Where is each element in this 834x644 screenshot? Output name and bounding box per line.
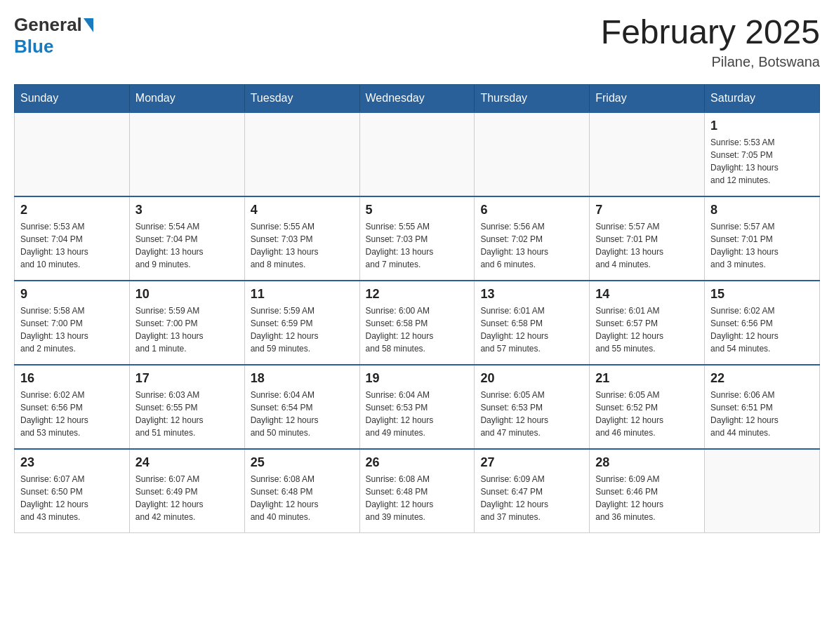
calendar-cell: 15Sunrise: 6:02 AMSunset: 6:56 PMDayligh… (705, 281, 820, 365)
day-info: Sunrise: 6:07 AMSunset: 6:50 PMDaylight:… (20, 473, 124, 523)
day-info: Sunrise: 5:55 AMSunset: 7:03 PMDaylight:… (366, 220, 469, 271)
day-number: 24 (135, 455, 239, 470)
day-info: Sunrise: 6:01 AMSunset: 6:58 PMDaylight:… (480, 304, 583, 355)
day-info: Sunrise: 5:55 AMSunset: 7:03 PMDaylight:… (251, 220, 354, 271)
day-number: 21 (595, 371, 699, 386)
calendar-header-row: SundayMondayTuesdayWednesdayThursdayFrid… (15, 84, 820, 112)
day-number: 23 (20, 455, 124, 470)
day-number: 7 (595, 203, 699, 217)
day-number: 20 (480, 371, 583, 386)
day-info: Sunrise: 6:00 AMSunset: 6:58 PMDaylight:… (366, 304, 469, 355)
calendar-cell (359, 112, 475, 196)
calendar-cell: 21Sunrise: 6:05 AMSunset: 6:52 PMDayligh… (590, 365, 705, 449)
logo-triangle-icon (84, 18, 93, 32)
calendar-cell: 3Sunrise: 5:54 AMSunset: 7:04 PMDaylight… (129, 196, 244, 281)
calendar-week-row: 2Sunrise: 5:53 AMSunset: 7:04 PMDaylight… (15, 196, 820, 281)
calendar-cell (244, 112, 359, 196)
day-info: Sunrise: 6:02 AMSunset: 6:56 PMDaylight:… (710, 304, 814, 355)
calendar-cell: 10Sunrise: 5:59 AMSunset: 7:00 PMDayligh… (129, 281, 244, 365)
page-header: General Blue February 2025 Pilane, Botsw… (14, 14, 820, 70)
logo-general-text: General (14, 14, 82, 36)
day-info: Sunrise: 6:04 AMSunset: 6:53 PMDaylight:… (366, 389, 469, 439)
weekday-header-tuesday: Tuesday (244, 84, 359, 112)
logo-inner: General Blue (14, 14, 93, 58)
day-number: 9 (20, 287, 124, 302)
day-number: 15 (710, 287, 814, 302)
calendar-cell: 27Sunrise: 6:09 AMSunset: 6:47 PMDayligh… (475, 449, 590, 533)
day-info: Sunrise: 6:08 AMSunset: 6:48 PMDaylight:… (366, 473, 469, 523)
day-info: Sunrise: 5:59 AMSunset: 7:00 PMDaylight:… (135, 304, 239, 355)
logo-top-row: General (14, 14, 93, 36)
calendar-title: February 2025 (601, 14, 820, 51)
calendar-cell: 23Sunrise: 6:07 AMSunset: 6:50 PMDayligh… (15, 449, 130, 533)
day-number: 19 (366, 371, 469, 386)
calendar-cell: 14Sunrise: 6:01 AMSunset: 6:57 PMDayligh… (590, 281, 705, 365)
calendar-cell: 12Sunrise: 6:00 AMSunset: 6:58 PMDayligh… (359, 281, 475, 365)
day-info: Sunrise: 5:56 AMSunset: 7:02 PMDaylight:… (480, 220, 583, 271)
logo: General Blue (14, 14, 93, 58)
calendar-week-row: 9Sunrise: 5:58 AMSunset: 7:00 PMDaylight… (15, 281, 820, 365)
day-info: Sunrise: 5:57 AMSunset: 7:01 PMDaylight:… (710, 220, 814, 271)
calendar-cell: 22Sunrise: 6:06 AMSunset: 6:51 PMDayligh… (705, 365, 820, 449)
day-number: 6 (480, 203, 583, 217)
day-number: 25 (251, 455, 354, 470)
day-number: 1 (710, 119, 814, 133)
calendar-cell: 8Sunrise: 5:57 AMSunset: 7:01 PMDaylight… (705, 196, 820, 281)
day-info: Sunrise: 6:05 AMSunset: 6:52 PMDaylight:… (595, 389, 699, 439)
calendar-cell: 7Sunrise: 5:57 AMSunset: 7:01 PMDaylight… (590, 196, 705, 281)
day-number: 18 (251, 371, 354, 386)
day-info: Sunrise: 6:06 AMSunset: 6:51 PMDaylight:… (710, 389, 814, 439)
day-number: 22 (710, 371, 814, 386)
calendar-cell: 25Sunrise: 6:08 AMSunset: 6:48 PMDayligh… (244, 449, 359, 533)
calendar-cell (475, 112, 590, 196)
weekday-header-sunday: Sunday (15, 84, 130, 112)
day-info: Sunrise: 5:53 AMSunset: 7:04 PMDaylight:… (20, 220, 124, 271)
calendar-cell: 28Sunrise: 6:09 AMSunset: 6:46 PMDayligh… (590, 449, 705, 533)
calendar-cell: 13Sunrise: 6:01 AMSunset: 6:58 PMDayligh… (475, 281, 590, 365)
day-number: 13 (480, 287, 583, 302)
day-number: 27 (480, 455, 583, 470)
calendar-cell: 1Sunrise: 5:53 AMSunset: 7:05 PMDaylight… (705, 112, 820, 196)
calendar-cell: 26Sunrise: 6:08 AMSunset: 6:48 PMDayligh… (359, 449, 475, 533)
weekday-header-friday: Friday (590, 84, 705, 112)
weekday-header-wednesday: Wednesday (359, 84, 475, 112)
calendar-cell (15, 112, 130, 196)
calendar-cell: 4Sunrise: 5:55 AMSunset: 7:03 PMDaylight… (244, 196, 359, 281)
weekday-header-monday: Monday (129, 84, 244, 112)
day-info: Sunrise: 6:05 AMSunset: 6:53 PMDaylight:… (480, 389, 583, 439)
day-info: Sunrise: 5:58 AMSunset: 7:00 PMDaylight:… (20, 304, 124, 355)
logo-blue-text: Blue (14, 36, 53, 58)
day-info: Sunrise: 6:09 AMSunset: 6:46 PMDaylight:… (595, 473, 699, 523)
day-info: Sunrise: 5:53 AMSunset: 7:05 PMDaylight:… (710, 136, 814, 187)
calendar-week-row: 1Sunrise: 5:53 AMSunset: 7:05 PMDaylight… (15, 112, 820, 196)
calendar-cell (129, 112, 244, 196)
day-info: Sunrise: 5:54 AMSunset: 7:04 PMDaylight:… (135, 220, 239, 271)
day-info: Sunrise: 6:02 AMSunset: 6:56 PMDaylight:… (20, 389, 124, 439)
weekday-header-saturday: Saturday (705, 84, 820, 112)
day-number: 26 (366, 455, 469, 470)
weekday-header-thursday: Thursday (475, 84, 590, 112)
day-info: Sunrise: 6:09 AMSunset: 6:47 PMDaylight:… (480, 473, 583, 523)
day-number: 17 (135, 371, 239, 386)
day-number: 28 (595, 455, 699, 470)
day-number: 16 (20, 371, 124, 386)
day-info: Sunrise: 6:03 AMSunset: 6:55 PMDaylight:… (135, 389, 239, 439)
calendar-cell (705, 449, 820, 533)
day-number: 8 (710, 203, 814, 217)
day-info: Sunrise: 5:57 AMSunset: 7:01 PMDaylight:… (595, 220, 699, 271)
calendar-cell: 5Sunrise: 5:55 AMSunset: 7:03 PMDaylight… (359, 196, 475, 281)
calendar-cell: 20Sunrise: 6:05 AMSunset: 6:53 PMDayligh… (475, 365, 590, 449)
calendar-cell: 24Sunrise: 6:07 AMSunset: 6:49 PMDayligh… (129, 449, 244, 533)
calendar-week-row: 23Sunrise: 6:07 AMSunset: 6:50 PMDayligh… (15, 449, 820, 533)
calendar-cell: 16Sunrise: 6:02 AMSunset: 6:56 PMDayligh… (15, 365, 130, 449)
calendar-table: SundayMondayTuesdayWednesdayThursdayFrid… (14, 84, 820, 534)
day-number: 3 (135, 203, 239, 217)
calendar-cell: 18Sunrise: 6:04 AMSunset: 6:54 PMDayligh… (244, 365, 359, 449)
day-number: 2 (20, 203, 124, 217)
day-info: Sunrise: 6:01 AMSunset: 6:57 PMDaylight:… (595, 304, 699, 355)
day-info: Sunrise: 6:08 AMSunset: 6:48 PMDaylight:… (251, 473, 354, 523)
calendar-week-row: 16Sunrise: 6:02 AMSunset: 6:56 PMDayligh… (15, 365, 820, 449)
calendar-cell: 11Sunrise: 5:59 AMSunset: 6:59 PMDayligh… (244, 281, 359, 365)
calendar-cell (590, 112, 705, 196)
day-info: Sunrise: 5:59 AMSunset: 6:59 PMDaylight:… (251, 304, 354, 355)
